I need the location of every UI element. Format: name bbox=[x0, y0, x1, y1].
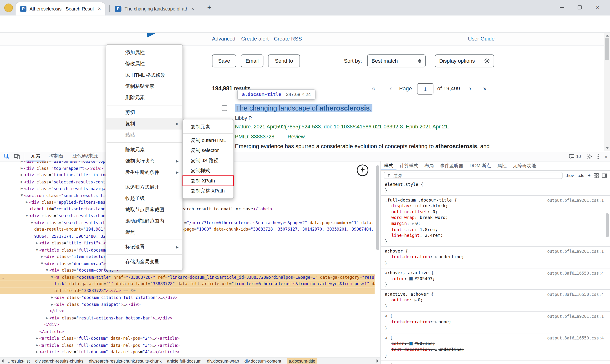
expand-icon[interactable]: ▶ bbox=[20, 185, 24, 192]
expand-icon[interactable]: ▶ bbox=[25, 199, 29, 206]
context-menu-item[interactable]: 添加属性 bbox=[106, 47, 182, 58]
dom-node[interactable]: <label id="result-selector-label" class=… bbox=[0, 206, 375, 212]
context-menu-item[interactable]: 聚焦 bbox=[106, 227, 182, 238]
collapse-icon[interactable]: ▼ bbox=[20, 192, 24, 199]
css-property[interactable]: outline-offset: 0; bbox=[385, 209, 610, 215]
breadcrumb-scroll-left-icon[interactable] bbox=[2, 360, 4, 363]
tree-scrollbar[interactable] bbox=[376, 163, 380, 355]
device-toolbar-icon[interactable] bbox=[13, 153, 21, 160]
styles-tab-4[interactable]: DOM 断点 bbox=[467, 161, 494, 170]
last-page-icon[interactable]: » bbox=[483, 82, 487, 95]
create-alert-link[interactable]: Create alert bbox=[241, 33, 269, 45]
first-page-icon[interactable]: « bbox=[372, 82, 376, 95]
tab-close-icon[interactable] bbox=[96, 6, 103, 13]
breadcrumb-item[interactable]: div.docsum-content bbox=[245, 358, 281, 363]
css-property[interactable]: color: #0071bc; bbox=[385, 341, 610, 346]
rule-selector[interactable]: a:hover, a:active bbox=[385, 270, 429, 275]
context-menu-item[interactable]: 强制执行状态▶ bbox=[106, 156, 182, 167]
stylesheet-link[interactable]: output.8af6…16550.css:4 bbox=[547, 363, 604, 364]
breadcrumb-item[interactable]: div.search-results-chunks bbox=[35, 358, 83, 363]
maximize-button[interactable] bbox=[571, 0, 589, 15]
expand-icon[interactable]: ▶ bbox=[40, 253, 45, 260]
context-menu-item[interactable]: 剪切 bbox=[106, 107, 182, 118]
expand-shorthand-icon[interactable]: ▶ bbox=[415, 299, 417, 302]
context-menu-item[interactable]: 复制粘贴元素 bbox=[106, 81, 182, 92]
devtools-tab-0[interactable]: 元素 bbox=[26, 151, 45, 161]
context-menu-item[interactable]: 标记设置▶ bbox=[106, 242, 182, 253]
dom-node[interactable]: ▶<article class="full-docsum" data-rel-p… bbox=[0, 349, 375, 355]
tab-search-results[interactable]: Atherosclerosis - Search Results bbox=[15, 2, 105, 16]
stylesheet-link[interactable]: output.8af6…16550.css:4 bbox=[547, 270, 604, 276]
close-window-button[interactable] bbox=[589, 0, 606, 15]
copy-submenu-item[interactable]: 复制 outerHTML bbox=[183, 135, 233, 145]
css-property[interactable]: text-decoration: ▶underline; bbox=[385, 254, 610, 260]
css-property[interactable]: text-decoration: ▶underline; bbox=[385, 347, 610, 353]
expand-shorthand-icon[interactable]: ▶ bbox=[435, 256, 437, 259]
dom-node[interactable]: ▶<div class="title first">…</div> bbox=[0, 240, 375, 247]
expand-icon[interactable]: ▶ bbox=[35, 342, 39, 349]
create-rss-link[interactable]: Create RSS bbox=[274, 33, 302, 45]
breadcrumb-scroll-right-icon[interactable] bbox=[376, 360, 378, 363]
save-button[interactable]: Save bbox=[212, 54, 236, 67]
devtools-tab-2[interactable]: 源代码/来源 bbox=[68, 151, 102, 161]
next-page-icon[interactable]: › bbox=[469, 82, 471, 95]
context-menu-item[interactable]: 滚动到视野范围内 bbox=[106, 215, 182, 227]
css-property[interactable]: font-size: 1.8rem; bbox=[385, 227, 610, 233]
display-options-button[interactable]: Display options bbox=[435, 54, 494, 67]
expand-shorthand-icon[interactable]: ▶ bbox=[412, 222, 414, 225]
rule-selector[interactable]: a bbox=[385, 313, 388, 318]
context-menu-item[interactable]: 以递归方式展开 bbox=[106, 182, 182, 193]
styles-toggle[interactable]: .cls bbox=[578, 173, 584, 178]
styles-toggle[interactable]: + bbox=[588, 173, 591, 178]
css-property[interactable]: outline: ▶0; bbox=[385, 297, 610, 303]
page-number-input[interactable] bbox=[417, 83, 433, 94]
copy-submenu-item[interactable]: 复制元素 bbox=[183, 122, 233, 132]
styles-filter-box[interactable] bbox=[384, 172, 563, 179]
inspect-element-icon[interactable] bbox=[2, 153, 11, 160]
collapse-icon[interactable]: ▼ bbox=[45, 267, 50, 274]
copy-submenu-item[interactable]: 复制 JS 路径 bbox=[183, 156, 233, 166]
result-title-link[interactable]: The changing landscape of atherosclerosi… bbox=[235, 104, 372, 113]
copy-submenu-item[interactable]: 复制完整 XPath bbox=[183, 186, 233, 196]
console-messages-icon[interactable]: 10 bbox=[569, 153, 581, 159]
dom-node[interactable]: ▼…<a class="docsum-title" href="/3388372… bbox=[0, 274, 375, 281]
css-property[interactable]: word-wrap: break-word; bbox=[385, 215, 610, 220]
expand-icon[interactable]: ▶ bbox=[20, 165, 24, 171]
devtools-menu-icon[interactable] bbox=[597, 154, 599, 159]
stylesheet-link[interactable]: output.8af6…16550.css:4 bbox=[547, 335, 604, 341]
expand-icon[interactable]: ▶ bbox=[35, 240, 39, 247]
prev-page-icon[interactable]: ‹ bbox=[390, 82, 392, 95]
context-menu-item[interactable]: 复制▶ bbox=[106, 118, 182, 129]
dom-node[interactable]: </article> bbox=[0, 328, 375, 335]
collapse-icon[interactable]: ▼ bbox=[40, 260, 45, 267]
breadcrumb-item[interactable]: div.search-results-chunk.results-chunk bbox=[89, 358, 162, 363]
context-menu-item[interactable]: 修改属性 bbox=[106, 58, 182, 70]
stylesheet-link[interactable]: output.bfle…a9201.css:1 bbox=[547, 313, 604, 319]
styles-tab-2[interactable]: 布局 bbox=[421, 161, 437, 170]
dom-node[interactable]: ▶<article class="full-docsum" data-rel-p… bbox=[0, 355, 375, 357]
dom-node[interactable]: ▶<article class="full-docsum" data-rel-p… bbox=[0, 335, 375, 342]
page-scrollbar-thumb[interactable] bbox=[605, 38, 609, 60]
stylesheet-link[interactable]: output.bfle…a9201.css:1 bbox=[547, 248, 604, 254]
copy-submenu-item[interactable]: 复制 selector bbox=[183, 145, 233, 156]
css-property[interactable]: text-decoration: ▶none; bbox=[385, 319, 610, 325]
context-menu-item[interactable]: 发生中断的条件▶ bbox=[106, 167, 182, 178]
color-swatch[interactable] bbox=[409, 277, 413, 280]
dom-node[interactable]: 93864, 25717174, 39043480, 32573711, 281… bbox=[0, 233, 375, 240]
browser-profile-icon[interactable] bbox=[4, 4, 13, 12]
collapse-icon[interactable]: ▼ bbox=[29, 219, 34, 226]
copy-submenu-item[interactable]: 复制 XPath bbox=[183, 176, 233, 186]
styles-scrollbar[interactable] bbox=[605, 182, 609, 362]
rule-selector[interactable]: a bbox=[385, 335, 388, 340]
context-menu-item[interactable]: 以 HTML 格式修改 bbox=[106, 70, 182, 81]
styles-tab-0[interactable]: 样式 bbox=[381, 161, 396, 170]
rule-selector[interactable]: element.style bbox=[385, 182, 418, 187]
breadcrumb-item[interactable]: div.docsum-wrap bbox=[207, 358, 239, 363]
accessibility-widget[interactable] bbox=[357, 165, 368, 176]
dom-node[interactable]: article-id="33883728">…</a> == $0 bbox=[0, 287, 375, 294]
dom-node[interactable]: ▼<div class="docsum-content"> bbox=[0, 267, 375, 274]
page-scrollbar[interactable] bbox=[604, 33, 610, 151]
dom-node[interactable]: ▶<div class="docsum-citation full-citati… bbox=[0, 294, 375, 301]
css-property[interactable]: display: inline-block; bbox=[385, 203, 610, 209]
expand-icon[interactable]: ▶ bbox=[50, 294, 54, 301]
